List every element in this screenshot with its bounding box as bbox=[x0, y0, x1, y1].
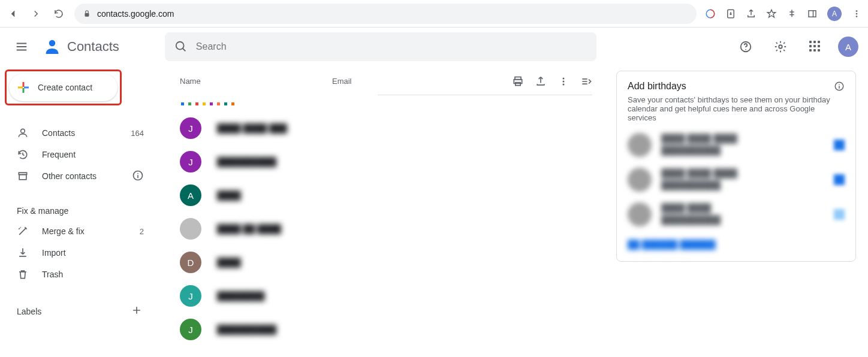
svg-rect-26 bbox=[516, 82, 520, 85]
birthday-row[interactable]: ████ ████ ██████████████ bbox=[628, 133, 845, 157]
alpha-indicator bbox=[180, 95, 592, 111]
create-contact-highlight: Create contact bbox=[5, 69, 122, 105]
contact-avatar bbox=[180, 218, 201, 240]
browser-profile-avatar[interactable]: A bbox=[827, 7, 842, 21]
contact-name: ██████████ bbox=[217, 157, 276, 167]
svg-rect-3 bbox=[809, 10, 816, 17]
svg-point-9 bbox=[176, 42, 184, 50]
sidebar-item-frequent[interactable]: Frequent bbox=[4, 144, 156, 165]
collapse-panel-icon[interactable] bbox=[580, 75, 592, 87]
card-info-button[interactable] bbox=[834, 81, 845, 93]
wand-icon bbox=[17, 225, 29, 237]
settings-button[interactable] bbox=[768, 35, 792, 59]
birthday-avatar bbox=[628, 202, 652, 226]
url-text: contacts.google.com bbox=[97, 9, 174, 19]
other-contacts-info[interactable] bbox=[132, 170, 144, 183]
svg-point-31 bbox=[839, 84, 840, 85]
sidebar-merge-label: Merge & fix bbox=[42, 226, 85, 236]
contact-row[interactable]: J██████████ bbox=[180, 145, 592, 179]
svg-point-29 bbox=[563, 83, 565, 85]
trash-icon bbox=[17, 268, 29, 280]
forward-button[interactable] bbox=[29, 7, 43, 21]
sidepanel-icon[interactable] bbox=[807, 8, 818, 19]
extensions-icon[interactable] bbox=[786, 8, 797, 19]
contact-row[interactable]: A████ bbox=[180, 179, 592, 212]
sidebar-merge-count: 2 bbox=[140, 227, 144, 236]
sidebar-item-other[interactable]: Other contacts bbox=[4, 165, 156, 187]
svg-rect-20 bbox=[19, 175, 26, 180]
contact-avatar: J bbox=[180, 117, 201, 139]
labels-title: Labels bbox=[17, 307, 41, 316]
google-apps-button[interactable] bbox=[803, 35, 827, 59]
sidebar-item-trash[interactable]: Trash bbox=[4, 264, 156, 285]
app-logo[interactable]: Contacts bbox=[43, 38, 119, 56]
contacts-logo-icon bbox=[43, 38, 61, 56]
birthday-text: ████ ██████████████ bbox=[661, 202, 824, 226]
contact-avatar: J bbox=[180, 285, 201, 307]
share-icon[interactable] bbox=[746, 8, 757, 19]
contact-avatar: D bbox=[180, 252, 201, 273]
contact-avatar: J bbox=[180, 319, 201, 340]
browser-toolbar: contacts.google.com A bbox=[0, 0, 868, 28]
birthday-action-icon[interactable] bbox=[834, 174, 845, 185]
download-icon bbox=[17, 247, 29, 259]
account-avatar[interactable]: A bbox=[838, 37, 858, 57]
more-icon[interactable] bbox=[557, 75, 569, 87]
address-bar[interactable]: contacts.google.com bbox=[74, 4, 697, 24]
reload-button[interactable] bbox=[52, 7, 66, 21]
google-services-icon[interactable] bbox=[705, 8, 716, 19]
help-button[interactable] bbox=[734, 35, 758, 59]
content-area: Create contact Contacts 164 Frequent Oth… bbox=[0, 66, 868, 357]
sidebar-frequent-label: Frequent bbox=[42, 150, 76, 159]
svg-point-18 bbox=[21, 129, 25, 133]
birthday-row[interactable]: ████ ████ ██████████████ bbox=[628, 168, 845, 192]
birthday-text: ████ ████ ██████████████ bbox=[661, 133, 824, 156]
birthday-row[interactable]: ████ ██████████████ bbox=[628, 202, 845, 226]
sidebar-item-merge[interactable]: Merge & fix 2 bbox=[4, 220, 156, 242]
add-label-button[interactable] bbox=[131, 304, 143, 318]
contact-row[interactable]: J██████████ bbox=[180, 313, 592, 346]
contact-avatar: J bbox=[180, 151, 201, 173]
sidebar-contacts-label: Contacts bbox=[42, 128, 75, 138]
birthday-avatar bbox=[628, 168, 652, 192]
main-menu-button[interactable] bbox=[10, 35, 34, 59]
card-description: Save your contacts' birthdays to see the… bbox=[628, 95, 834, 122]
birthday-avatar bbox=[628, 133, 652, 157]
create-contact-label: Create contact bbox=[38, 83, 92, 92]
card-title: Add birthdays bbox=[628, 81, 834, 92]
svg-point-22 bbox=[137, 173, 138, 174]
sidebar-item-import[interactable]: Import bbox=[4, 242, 156, 264]
person-icon bbox=[17, 127, 29, 139]
contact-row[interactable]: J████ ████ ███ bbox=[180, 111, 592, 145]
star-icon[interactable] bbox=[766, 8, 777, 19]
contact-name: ████ bbox=[217, 258, 241, 267]
sidebar-import-label: Import bbox=[42, 248, 66, 258]
install-icon[interactable] bbox=[725, 8, 736, 19]
print-icon[interactable] bbox=[512, 75, 524, 87]
birthday-action-icon[interactable] bbox=[834, 140, 845, 150]
sidebar-item-contacts[interactable]: Contacts 164 bbox=[4, 122, 156, 144]
contact-row[interactable]: D████ bbox=[180, 246, 592, 279]
table-header: Name Email bbox=[180, 68, 592, 95]
birthday-action-icon[interactable] bbox=[834, 209, 845, 220]
app-header: Contacts A bbox=[0, 28, 868, 66]
card-more-link[interactable]: ██ ██████ ██████ bbox=[628, 240, 716, 249]
export-icon[interactable] bbox=[535, 75, 547, 87]
contact-row[interactable]: ████ ██ ████ bbox=[180, 212, 592, 246]
history-icon bbox=[17, 149, 29, 161]
svg-point-5 bbox=[856, 10, 858, 12]
contact-name: ██████████ bbox=[217, 325, 276, 334]
browser-menu-icon[interactable] bbox=[851, 8, 862, 19]
create-contact-button[interactable]: Create contact bbox=[9, 74, 117, 101]
search-bar[interactable] bbox=[165, 32, 596, 61]
back-button[interactable] bbox=[6, 7, 20, 21]
birthday-text: ████ ████ ██████████████ bbox=[661, 168, 824, 191]
svg-point-13 bbox=[779, 45, 782, 49]
lock-icon bbox=[83, 10, 91, 18]
sidebar: Create contact Contacts 164 Frequent Oth… bbox=[0, 66, 156, 357]
contact-avatar: A bbox=[180, 184, 201, 206]
search-input[interactable] bbox=[196, 41, 587, 52]
svg-point-12 bbox=[745, 49, 746, 50]
labels-section: Labels bbox=[4, 299, 156, 323]
contact-row[interactable]: J████████ bbox=[180, 279, 592, 313]
